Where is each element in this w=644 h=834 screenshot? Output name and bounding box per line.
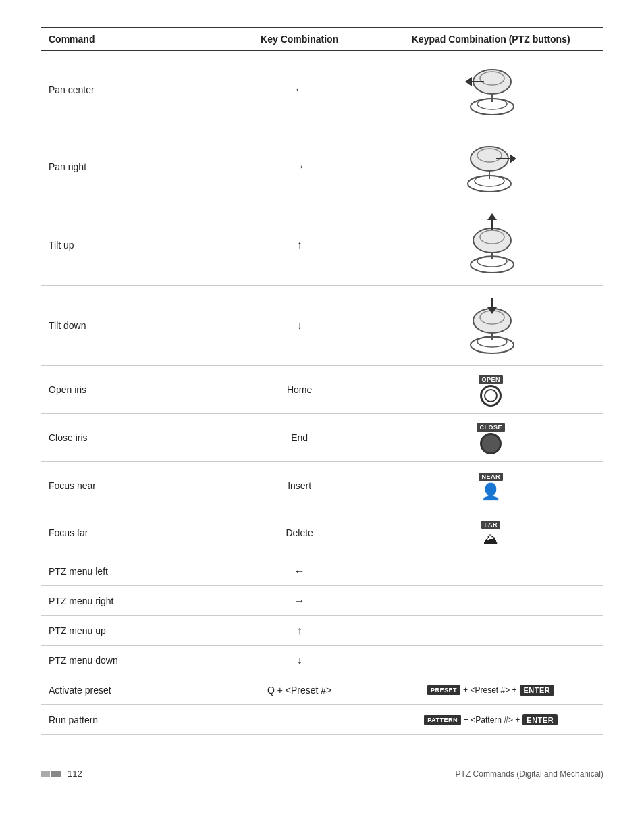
svg-marker-13 <box>510 154 516 163</box>
pattern-combo-text: + <Pattern #> + <box>464 715 520 725</box>
table-row: PTZ menu up ↑ <box>41 616 603 646</box>
key-ptz-menu-down: ↓ <box>221 646 379 675</box>
open-iris-button: OPEN <box>479 375 503 407</box>
key-activate-preset: Q + <Preset #> <box>221 675 379 705</box>
far-button: FAR ⛰ <box>481 521 500 548</box>
table-row: Open iris Home OPEN <box>41 366 603 414</box>
keypad-ptz-menu-up <box>378 616 603 646</box>
cmd-focus-far: Focus far <box>41 509 221 556</box>
cmd-focus-near: Focus near <box>41 462 221 509</box>
near-label: NEAR <box>479 473 503 481</box>
table-row: PTZ menu right → <box>41 586 603 616</box>
key-tilt-down: ↓ <box>221 286 379 366</box>
header-key: Key Combination <box>221 28 379 51</box>
table-row: Run pattern PATTERN + <Pattern #> + ENTE… <box>41 705 603 735</box>
cmd-ptz-menu-left: PTZ menu left <box>41 556 221 586</box>
cmd-run-pattern: Run pattern <box>41 705 221 735</box>
key-focus-near: Insert <box>221 462 379 509</box>
preset-combo: PRESET + <Preset #> + ENTER <box>386 685 595 696</box>
camera-tilt-up-icon <box>457 212 525 276</box>
close-iris-button: CLOSE <box>477 423 505 454</box>
enter-badge-preset: ENTER <box>520 685 555 696</box>
table-row: Focus far Delete FAR ⛰ <box>41 509 603 556</box>
close-label: CLOSE <box>477 423 505 432</box>
mountain-icon: ⛰ <box>483 530 498 548</box>
cmd-ptz-menu-up: PTZ menu up <box>41 616 221 646</box>
key-open-iris: Home <box>221 366 379 414</box>
keypad-ptz-menu-left <box>378 556 603 586</box>
keypad-ptz-menu-right <box>378 586 603 616</box>
table-row: Activate preset Q + <Preset #> PRESET + … <box>41 675 603 705</box>
right-arrow-icon: → <box>294 161 305 172</box>
cmd-tilt-down: Tilt down <box>41 286 221 366</box>
pattern-combo: PATTERN + <Pattern #> + ENTER <box>386 714 595 725</box>
cmd-ptz-menu-down: PTZ menu down <box>41 646 221 675</box>
cmd-ptz-menu-right: PTZ menu right <box>41 586 221 616</box>
cmd-tilt-up: Tilt up <box>41 205 221 286</box>
key-tilt-up: ↑ <box>221 205 379 286</box>
left-arrow-small-icon: ← <box>294 565 305 577</box>
table-row: Focus near Insert NEAR 👤 <box>41 462 603 509</box>
table-row: Tilt up ↑ <box>41 205 603 286</box>
keypad-close-iris: CLOSE <box>378 414 603 462</box>
key-close-iris: End <box>221 414 379 462</box>
keypad-focus-far: FAR ⛰ <box>378 509 603 556</box>
header-keypad: Keypad Combination (PTZ buttons) <box>378 28 603 51</box>
pattern-badge: PATTERN <box>424 715 461 725</box>
open-circle-icon <box>480 385 502 407</box>
far-label: FAR <box>481 521 500 529</box>
key-ptz-menu-right: → <box>221 586 379 616</box>
table-row: Tilt down ↓ <box>41 286 603 366</box>
up-arrow-small-icon: ↑ <box>297 625 302 636</box>
table-row: Close iris End CLOSE <box>41 414 603 462</box>
camera-pan-center-icon <box>457 58 525 119</box>
enter-badge-pattern: ENTER <box>522 714 558 725</box>
open-inner-circle <box>484 389 498 402</box>
keypad-ptz-menu-down <box>378 646 603 675</box>
right-arrow-small-icon: → <box>294 595 305 606</box>
camera-pan-right-icon <box>457 135 525 196</box>
table-row: Pan center ← <box>41 51 603 128</box>
cmd-activate-preset: Activate preset <box>41 675 221 705</box>
key-ptz-menu-up: ↑ <box>221 616 379 646</box>
footer-description: PTZ Commands (Digital and Mechanical) <box>456 769 603 779</box>
keypad-tilt-down <box>378 286 603 366</box>
table-row: PTZ menu down ↓ <box>41 646 603 675</box>
key-run-pattern <box>221 705 379 735</box>
key-pan-center: ← <box>221 51 379 128</box>
keypad-pan-center <box>378 51 603 128</box>
keypad-activate-preset: PRESET + <Preset #> + ENTER <box>378 675 603 705</box>
left-arrow-icon: ← <box>294 84 305 95</box>
keypad-focus-near: NEAR 👤 <box>378 462 603 509</box>
keypad-run-pattern: PATTERN + <Pattern #> + ENTER <box>378 705 603 735</box>
keypad-tilt-up <box>378 205 603 286</box>
footer: 112 PTZ Commands (Digital and Mechanical… <box>41 762 603 779</box>
key-pan-right: → <box>221 128 379 205</box>
page-indicator <box>41 771 61 777</box>
footer-left: 112 <box>41 768 82 779</box>
cmd-open-iris: Open iris <box>41 366 221 414</box>
down-arrow-icon: ↓ <box>297 319 302 331</box>
page-dot-1 <box>41 771 50 777</box>
close-circle-icon <box>480 433 502 454</box>
svg-point-16 <box>473 228 511 253</box>
up-arrow-icon: ↑ <box>297 239 302 251</box>
page-number: 112 <box>68 768 82 779</box>
svg-marker-5 <box>465 77 472 86</box>
commands-table: Command Key Combination Keypad Combinati… <box>41 27 603 735</box>
down-arrow-small-icon: ↓ <box>297 654 302 666</box>
table-row: Pan right → <box>41 128 603 205</box>
key-focus-far: Delete <box>221 509 379 556</box>
open-label: OPEN <box>479 375 503 384</box>
page-dot-2 <box>51 771 61 777</box>
header-command: Command <box>41 28 221 51</box>
near-button: NEAR 👤 <box>479 473 503 501</box>
table-row: PTZ menu left ← <box>41 556 603 586</box>
preset-combo-text: + <Preset #> + <box>463 685 516 695</box>
keypad-open-iris: OPEN <box>378 366 603 414</box>
person-icon: 👤 <box>481 482 501 501</box>
cmd-pan-right: Pan right <box>41 128 221 205</box>
svg-marker-20 <box>487 213 497 220</box>
camera-tilt-down-icon <box>457 292 525 357</box>
preset-badge: PRESET <box>427 685 460 695</box>
